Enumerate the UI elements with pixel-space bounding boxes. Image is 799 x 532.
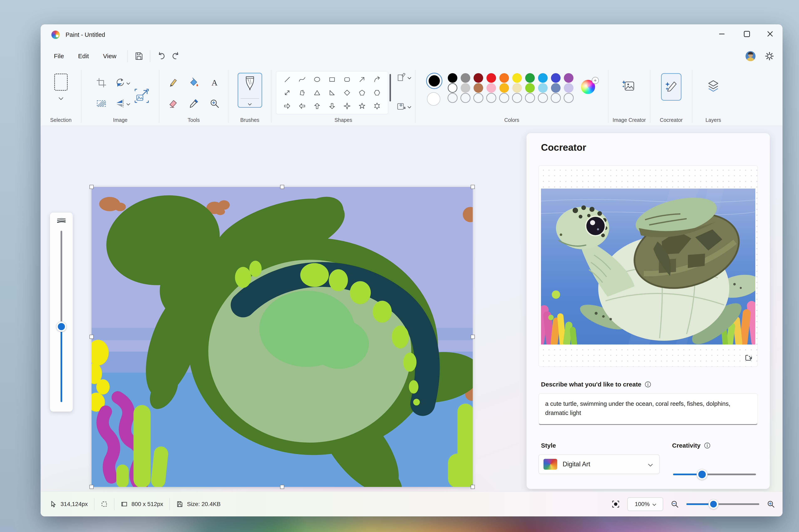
- fill-bucket-button[interactable]: [188, 78, 199, 88]
- shape-hexagon-icon[interactable]: [374, 89, 381, 96]
- text-tool-button[interactable]: A: [209, 78, 220, 88]
- selection-handle[interactable]: [471, 335, 475, 339]
- shape-arrow-ne-icon[interactable]: [359, 76, 366, 83]
- canvas-drawing[interactable]: [92, 187, 473, 487]
- menu-file[interactable]: File: [47, 49, 71, 63]
- brush-button[interactable]: [238, 73, 262, 108]
- menu-edit[interactable]: Edit: [71, 49, 96, 63]
- shape-right-triangle-icon[interactable]: [329, 89, 335, 96]
- color-swatch[interactable]: [564, 93, 574, 103]
- transparent-selection-button[interactable]: [96, 98, 107, 109]
- color-swatch[interactable]: [512, 93, 522, 103]
- color-swatch[interactable]: [564, 83, 574, 93]
- selection-handle[interactable]: [89, 335, 94, 339]
- maximize-button[interactable]: [740, 28, 753, 40]
- creativity-slider-thumb[interactable]: [697, 469, 707, 480]
- color-swatch[interactable]: [551, 93, 561, 103]
- flip-button[interactable]: [115, 98, 130, 109]
- color-swatch[interactable]: [448, 93, 457, 103]
- shape-line-icon[interactable]: [284, 76, 291, 83]
- color-swatch[interactable]: [525, 83, 535, 93]
- shapes-scrollbar[interactable]: [389, 74, 391, 101]
- color-swatch[interactable]: [461, 83, 470, 93]
- slider-track-upper[interactable]: [60, 231, 62, 327]
- shape-rounded-rectangle-icon[interactable]: [344, 76, 351, 83]
- menu-view[interactable]: View: [96, 49, 123, 63]
- selection-handle[interactable]: [280, 485, 284, 489]
- color-swatch[interactable]: [499, 93, 509, 103]
- color-swatch[interactable]: [500, 83, 509, 93]
- background-color-swatch[interactable]: [427, 92, 440, 106]
- color-swatch[interactable]: [525, 93, 535, 103]
- pencil-button[interactable]: [168, 78, 178, 88]
- selection-handle[interactable]: [471, 185, 475, 189]
- selection-handle[interactable]: [89, 185, 94, 189]
- shape-two-headed-arrow-icon[interactable]: [284, 89, 291, 96]
- cocreator-button[interactable]: [661, 73, 682, 101]
- color-swatch[interactable]: [500, 73, 509, 83]
- zoom-in-icon[interactable]: [766, 499, 776, 509]
- magnifier-button[interactable]: [209, 98, 220, 109]
- color-swatch[interactable]: [487, 73, 496, 83]
- canvas[interactable]: [92, 187, 473, 487]
- brush-dropdown-chevron-icon[interactable]: [248, 102, 252, 106]
- zoom-slider-thumb[interactable]: [709, 499, 718, 509]
- rectangle-select-icon[interactable]: [54, 74, 68, 91]
- color-swatch[interactable]: [448, 73, 457, 83]
- color-swatch[interactable]: [461, 73, 470, 83]
- color-swatch[interactable]: [538, 83, 548, 93]
- color-swatch[interactable]: [448, 83, 457, 93]
- shape-triangle-icon[interactable]: [313, 89, 321, 96]
- shape-rectangle-icon[interactable]: [329, 76, 335, 83]
- selection-handle[interactable]: [89, 485, 94, 489]
- info-icon[interactable]: [644, 381, 651, 388]
- color-swatch[interactable]: [538, 93, 548, 103]
- image-creator-button[interactable]: [622, 79, 637, 94]
- shape-ellipse-icon[interactable]: [313, 76, 321, 83]
- rotate-dropdown-chevron-icon[interactable]: [126, 81, 130, 84]
- prompt-input[interactable]: a cute turtle, swimming under the ocean,…: [539, 393, 758, 425]
- undo-button[interactable]: [154, 49, 168, 63]
- add-color-button[interactable]: +: [592, 77, 599, 84]
- save-button[interactable]: [131, 49, 146, 63]
- foreground-color-swatch[interactable]: [426, 73, 442, 89]
- minimize-button[interactable]: [715, 28, 728, 40]
- shape-outline-button[interactable]: [396, 72, 411, 82]
- resize-button[interactable]: [134, 88, 150, 104]
- info-icon[interactable]: [704, 442, 711, 449]
- color-swatch[interactable]: [460, 93, 470, 103]
- color-swatch[interactable]: [487, 83, 496, 93]
- title-bar[interactable]: Paint - Untitled: [40, 24, 783, 45]
- shape-pentagon-icon[interactable]: [359, 89, 366, 96]
- shape-arrow-down-icon[interactable]: [329, 102, 335, 110]
- color-swatch[interactable]: [473, 93, 483, 103]
- redo-button[interactable]: [168, 49, 183, 63]
- color-swatch[interactable]: [512, 73, 522, 83]
- color-swatch[interactable]: [564, 73, 574, 83]
- eyedropper-button[interactable]: [188, 98, 199, 109]
- selection-handle[interactable]: [280, 185, 284, 189]
- color-swatch[interactable]: [551, 73, 561, 83]
- brush-size-thumb[interactable]: [56, 322, 66, 331]
- generated-image[interactable]: [541, 189, 755, 344]
- color-swatch[interactable]: [512, 83, 522, 93]
- crop-button[interactable]: [96, 78, 107, 88]
- fill-dropdown-chevron-icon[interactable]: [407, 104, 411, 108]
- close-button[interactable]: [763, 28, 777, 40]
- color-swatch[interactable]: [525, 73, 535, 83]
- outline-dropdown-chevron-icon[interactable]: [407, 75, 411, 79]
- color-swatch[interactable]: [486, 93, 496, 103]
- selection-handle[interactable]: [471, 485, 475, 489]
- selection-dropdown-chevron-icon[interactable]: [58, 95, 63, 100]
- settings-gear-icon[interactable]: [765, 51, 774, 61]
- expand-image-button[interactable]: [743, 353, 754, 364]
- shape-arrow-right-icon[interactable]: [284, 102, 291, 110]
- account-avatar[interactable]: [746, 51, 756, 61]
- layers-button[interactable]: [706, 79, 721, 94]
- color-swatch[interactable]: [551, 83, 561, 93]
- zoom-slider[interactable]: [686, 503, 759, 505]
- shape-curve-icon[interactable]: [298, 76, 306, 83]
- zoom-out-icon[interactable]: [670, 499, 679, 509]
- shape-star5-icon[interactable]: [359, 102, 366, 110]
- color-swatch[interactable]: [474, 73, 483, 83]
